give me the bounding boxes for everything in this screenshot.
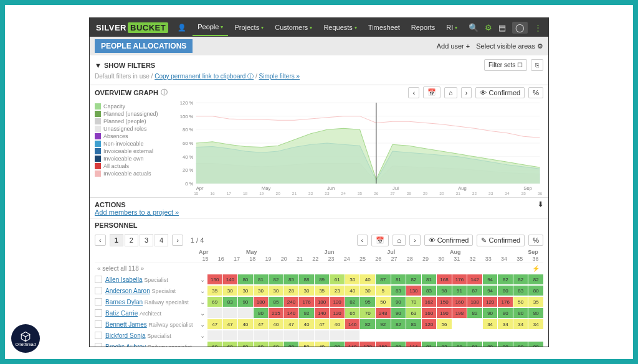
allocation-cell[interactable]: 82 (467, 308, 482, 318)
allocation-cell[interactable]: 85 (269, 297, 283, 307)
allocation-cell[interactable] (284, 330, 299, 340)
legend-item[interactable]: Absences (95, 133, 176, 139)
allocation-cell[interactable]: 23 (330, 286, 345, 296)
allocation-cell[interactable]: 40 (269, 319, 283, 329)
allocation-cell[interactable]: 47 (254, 319, 269, 329)
allocation-cell[interactable] (315, 330, 330, 340)
allocation-cell[interactable]: 60 (223, 342, 238, 347)
add-members-link[interactable]: Add members to a project » (95, 208, 179, 216)
allocation-cell[interactable]: 83 (422, 286, 437, 296)
allocation-cell[interactable] (467, 319, 482, 329)
allocation-cell[interactable]: 35 (207, 286, 222, 296)
person-name[interactable]: Anderson Aaron Specialist (105, 287, 199, 294)
allocation-cell[interactable]: 47 (223, 319, 238, 329)
allocation-cell[interactable]: 80 (330, 342, 345, 347)
pager-prev[interactable]: ‹ (95, 235, 106, 246)
allocation-cell[interactable]: 34 (528, 319, 543, 329)
grid-confirmed-view[interactable]: 👁 Confirmed (424, 235, 474, 246)
allocation-cell[interactable] (498, 330, 513, 340)
allocation-cell[interactable]: 91 (452, 286, 467, 296)
row-checkbox[interactable] (95, 332, 102, 339)
allocation-cell[interactable]: 248 (376, 308, 391, 318)
expand-row-icon[interactable]: ⌄ (200, 310, 206, 317)
allocation-cell[interactable] (513, 330, 528, 340)
allocation-cell[interactable]: 81 (467, 342, 482, 347)
allocation-cell[interactable]: 80 (452, 342, 467, 347)
allocation-cell[interactable]: 69 (207, 297, 222, 307)
grid-prev-button[interactable]: ‹ (357, 235, 368, 246)
allocation-cell[interactable]: 56 (437, 319, 452, 329)
allocation-cell[interactable]: 80 (498, 286, 513, 296)
allocation-cell[interactable]: 40 (345, 286, 360, 296)
copy-filters-icon[interactable]: ⎘ (531, 59, 543, 71)
nav-requests[interactable]: Requests ▾ (318, 19, 361, 36)
allocation-cell[interactable]: 90 (391, 308, 406, 318)
avatar-icon[interactable]: ◯ (512, 22, 528, 34)
allocation-cell[interactable]: 82 (345, 297, 360, 307)
calendar-button[interactable]: 📅 (423, 86, 440, 98)
allocation-cell[interactable]: 140 (284, 308, 299, 318)
allocation-cell[interactable]: 83 (391, 286, 406, 296)
legend-item[interactable]: Non-invoiceable (95, 141, 176, 147)
allocation-cell[interactable]: 146 (345, 319, 360, 329)
person-name[interactable]: Batiz Carrie Architect (105, 310, 199, 317)
allocation-cell[interactable] (207, 308, 222, 318)
allocation-cell[interactable] (437, 330, 452, 340)
allocation-cell[interactable]: 65 (345, 308, 360, 318)
allocation-cell[interactable]: 82 (513, 274, 528, 284)
allocation-cell[interactable]: 30 (238, 286, 253, 296)
allocation-cell[interactable]: 40 (315, 342, 330, 347)
allocation-cell[interactable] (238, 330, 253, 340)
person-name[interactable]: Bennett James Railway specialist (105, 321, 199, 328)
allocation-cell[interactable]: 85 (284, 274, 299, 284)
allocation-cell[interactable]: 34 (513, 319, 528, 329)
allocation-cell[interactable]: 160 (452, 297, 467, 307)
allocation-cell[interactable]: 30 (360, 286, 375, 296)
allocation-cell[interactable]: 50 (376, 297, 391, 307)
allocation-cell[interactable]: 80 (483, 342, 498, 347)
allocation-cell[interactable]: 5 (376, 286, 391, 296)
allocation-cell[interactable]: 82 (437, 342, 452, 347)
confirmed-toggle[interactable]: 👁 Confirmed (475, 87, 525, 98)
row-checkbox[interactable] (95, 320, 102, 328)
nav-ri[interactable]: RI ▾ (441, 19, 462, 36)
allocation-cell[interactable]: 82 (498, 274, 513, 284)
row-checkbox[interactable] (95, 343, 102, 347)
allocation-cell[interactable]: 240 (284, 297, 299, 307)
allocation-cell[interactable]: 92 (299, 308, 314, 318)
nav-reports[interactable]: Reports (406, 19, 440, 36)
allocation-cell[interactable]: 89 (315, 274, 330, 284)
allocation-cell[interactable]: 142 (467, 274, 482, 284)
allocation-cell[interactable] (452, 330, 467, 340)
user-icon[interactable]: 👤 (178, 24, 186, 32)
allocation-cell[interactable]: 82 (406, 274, 421, 284)
allocation-cell[interactable]: 80 (528, 286, 543, 296)
allocation-cell[interactable]: 190 (437, 308, 452, 318)
allocation-cell[interactable]: 82 (360, 319, 375, 329)
allocation-cell[interactable]: 35 (528, 297, 543, 307)
row-checkbox[interactable] (95, 287, 102, 294)
allocation-cell[interactable]: 162 (422, 297, 437, 307)
allocation-cell[interactable] (376, 330, 391, 340)
download-icon[interactable]: ⬇ (538, 200, 543, 208)
allocation-cell[interactable]: 88 (299, 274, 314, 284)
allocation-cell[interactable]: 120 (483, 297, 498, 307)
allocation-cell[interactable]: 30 (345, 274, 360, 284)
allocation-cell[interactable]: 114 (406, 342, 421, 347)
allocation-cell[interactable]: 90 (483, 308, 498, 318)
allocation-cell[interactable]: 87 (376, 274, 391, 284)
expand-row-icon[interactable]: ⌄ (200, 343, 206, 348)
person-name[interactable]: Bickford Sonja Specialist (105, 332, 199, 339)
allocation-cell[interactable]: 130 (406, 286, 421, 296)
legend-item[interactable]: Unassigned roles (95, 126, 176, 132)
legend-item[interactable]: Capacity (95, 103, 176, 110)
allocation-cell[interactable]: 35 (315, 286, 330, 296)
allocation-cell[interactable]: 90 (391, 297, 406, 307)
allocation-cell[interactable]: 50 (513, 297, 528, 307)
allocation-cell[interactable]: 70 (406, 297, 421, 307)
search-icon[interactable]: 🔍 (469, 23, 478, 32)
add-user-button[interactable]: Add user + (437, 42, 470, 50)
nav-projects[interactable]: Projects ▾ (229, 19, 269, 36)
allocation-cell[interactable]: 80 (528, 308, 543, 318)
grid-calendar-button[interactable]: 📅 (371, 235, 389, 246)
